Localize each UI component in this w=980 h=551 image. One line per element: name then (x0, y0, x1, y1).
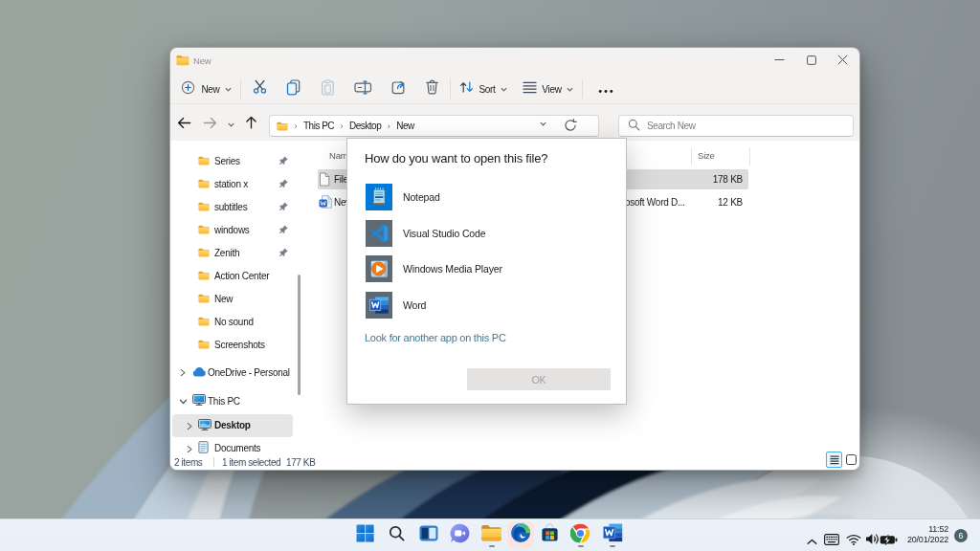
pin-icon (279, 244, 288, 261)
sidebar-item-no-sound[interactable]: No sound (172, 310, 293, 333)
taskbar-clock[interactable]: 11:52 20/01/2022 (907, 524, 948, 544)
sidebar-item-onedrive[interactable]: OneDrive - Personal (172, 361, 293, 384)
taskbar-chrome[interactable] (568, 521, 594, 548)
sort-button[interactable]: Sort (457, 76, 510, 102)
this-pc-icon (192, 392, 206, 409)
open-with-dialog: How do you want to open this file? Notep… (346, 138, 627, 405)
status-bar: 2 items 1 item selected 177 KB (170, 454, 859, 470)
breadcrumb-new[interactable]: New (396, 121, 414, 131)
address-bar-row: › This PC › Desktop › New Search New (170, 104, 859, 141)
close-icon (837, 52, 848, 69)
taskbar-word[interactable] (599, 521, 626, 548)
touch-keyboard-button[interactable] (824, 532, 839, 549)
sidebar-item-screenshots[interactable]: Screenshots (172, 333, 293, 356)
minimize-icon (774, 52, 785, 69)
sort-label: Sort (479, 84, 495, 95)
circle-plus-icon (181, 80, 195, 99)
app-option-word[interactable]: Word (366, 292, 605, 319)
ok-button[interactable]: OK (467, 368, 611, 390)
app-option-wmp[interactable]: Windows Media Player (366, 255, 605, 282)
look-for-another-app-link[interactable]: Look for another app on this PC (365, 332, 506, 343)
file-explorer-icon (480, 523, 502, 546)
folder-icon (198, 290, 210, 307)
back-button[interactable] (176, 117, 191, 132)
sidebar-item-windows[interactable]: windows (172, 218, 293, 241)
see-more-button[interactable] (589, 76, 623, 102)
toolbar-divider (582, 79, 583, 99)
copy-button[interactable] (277, 76, 311, 102)
breadcrumb-desktop[interactable]: Desktop (349, 121, 381, 131)
folder-icon (198, 336, 210, 353)
paste-button[interactable] (311, 76, 345, 102)
forward-button[interactable] (202, 117, 217, 132)
running-indicator (610, 545, 615, 548)
forward-arrow-icon (203, 116, 217, 133)
cut-button[interactable] (242, 76, 277, 102)
notification-badge[interactable]: 6 (954, 529, 968, 542)
pin-icon (279, 221, 288, 238)
chat-button[interactable] (447, 521, 474, 548)
toolbar-divider (450, 79, 451, 99)
sidebar-item-new[interactable]: New (172, 287, 293, 310)
details-view-button[interactable] (826, 452, 842, 468)
address-dropdown-icon[interactable] (539, 120, 547, 130)
maximize-icon (807, 52, 816, 69)
network-button[interactable] (846, 532, 861, 549)
column-divider[interactable] (691, 147, 692, 165)
new-item-label: New (201, 84, 219, 95)
chevron-down-icon (224, 80, 233, 98)
minimize-button[interactable] (764, 48, 795, 73)
search-placeholder: Search New (647, 121, 695, 131)
rename-icon (354, 80, 372, 99)
folder-icon (176, 53, 189, 70)
sidebar-item-subtitles[interactable]: subtitles (172, 195, 293, 218)
navigation-pane: Series station x subtitles windows (170, 141, 304, 456)
up-button[interactable] (243, 117, 258, 132)
show-hidden-icons-button[interactable] (807, 532, 817, 549)
taskbar-search-button[interactable] (384, 521, 411, 548)
start-button[interactable] (351, 521, 378, 548)
details-view-icon (830, 452, 839, 469)
app-option-vscode[interactable]: Visual Studio Code (366, 220, 605, 247)
task-view-button[interactable] (415, 521, 442, 548)
sidebar-item-series[interactable]: Series (172, 149, 293, 172)
app-option-notepad[interactable]: Notepad (366, 184, 605, 210)
volume-button[interactable] (865, 532, 880, 549)
sidebar-item-action-center[interactable]: Action Center (172, 264, 293, 287)
desktop-icon (198, 417, 212, 434)
share-button[interactable] (382, 76, 416, 102)
maximize-button[interactable] (795, 48, 827, 73)
chevron-up-icon (807, 532, 817, 549)
taskbar-edge-active[interactable] (507, 521, 534, 548)
refresh-icon[interactable] (564, 119, 577, 134)
search-box[interactable]: Search New (618, 115, 854, 137)
view-button[interactable]: View (521, 76, 576, 102)
desktop: New New Sort (0, 0, 980, 551)
breadcrumb-chevron-icon: › (288, 121, 303, 131)
chevron-down-icon (566, 80, 574, 98)
address-bar[interactable]: › This PC › Desktop › New (269, 115, 599, 137)
rename-button[interactable] (346, 76, 381, 102)
folder-icon (198, 175, 210, 192)
breadcrumb-this-pc[interactable]: This PC (303, 121, 334, 131)
breadcrumb-chevron-icon: › (381, 121, 396, 131)
taskbar-file-explorer[interactable] (479, 521, 505, 548)
recent-locations-button[interactable] (223, 117, 238, 132)
column-header-size[interactable]: Size (698, 150, 715, 161)
sidebar-item-zenith[interactable]: Zenith (172, 241, 293, 264)
cut-icon (252, 79, 268, 99)
close-button[interactable] (827, 48, 858, 73)
battery-button[interactable] (880, 532, 898, 549)
sidebar-item-station-x[interactable]: station x (172, 172, 293, 195)
view-label: View (542, 84, 561, 95)
sidebar-item-this-pc[interactable]: This PC (172, 389, 293, 412)
sidebar-item-desktop[interactable]: Desktop (172, 414, 293, 437)
sidebar-scrollbar[interactable] (298, 275, 301, 395)
delete-button[interactable] (414, 76, 449, 102)
status-divider (213, 457, 214, 467)
new-item-button[interactable]: New (179, 76, 234, 102)
share-icon (391, 79, 407, 99)
taskbar-store[interactable] (537, 521, 564, 548)
column-divider[interactable] (749, 147, 750, 165)
large-thumbnails-view-button[interactable] (846, 454, 857, 465)
